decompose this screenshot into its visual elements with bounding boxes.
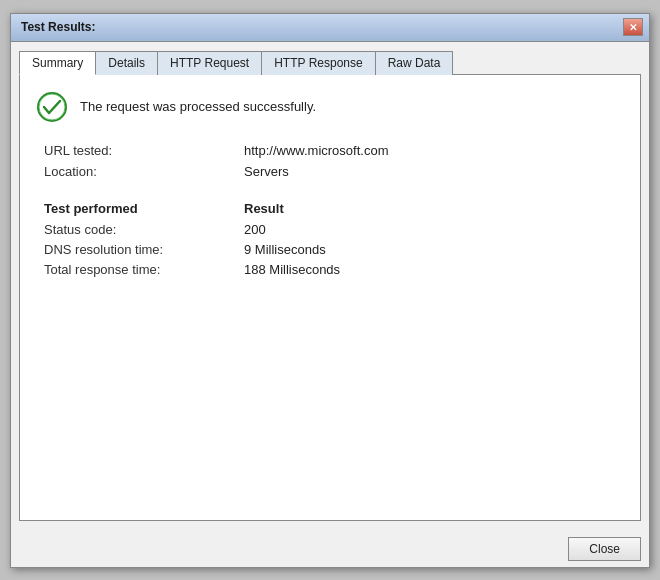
status-code-label: Status code: <box>44 222 244 237</box>
location-label: Location: <box>44 164 244 179</box>
success-row: The request was processed successfully. <box>36 91 624 123</box>
dns-value: 9 Milliseconds <box>244 242 326 257</box>
title-bar: Test Results: ✕ <box>11 14 649 42</box>
tab-http-response[interactable]: HTTP Response <box>261 51 375 75</box>
dns-label: DNS resolution time: <box>44 242 244 257</box>
info-table: URL tested: http://www.microsoft.com Loc… <box>44 143 624 185</box>
tab-content-summary: The request was processed successfully. … <box>19 75 641 521</box>
dialog-title: Test Results: <box>17 20 95 34</box>
location-value: Servers <box>244 164 289 179</box>
tab-details[interactable]: Details <box>95 51 158 75</box>
svg-point-0 <box>38 93 66 121</box>
status-code-row: Status code: 200 <box>44 222 624 237</box>
tab-summary[interactable]: Summary <box>19 51 96 75</box>
results-table: Test performed Result Status code: 200 D… <box>44 201 624 282</box>
result-header: Result <box>244 201 284 216</box>
total-row: Total response time: 188 Milliseconds <box>44 262 624 277</box>
url-value: http://www.microsoft.com <box>244 143 388 158</box>
total-value: 188 Milliseconds <box>244 262 340 277</box>
dialog-footer: Close <box>11 529 649 567</box>
test-results-dialog: Test Results: ✕ Summary Details HTTP Req… <box>10 13 650 568</box>
total-label: Total response time: <box>44 262 244 277</box>
test-performed-header: Test performed <box>44 201 244 216</box>
title-bar-controls: ✕ <box>623 18 643 36</box>
tab-http-request[interactable]: HTTP Request <box>157 51 262 75</box>
success-message: The request was processed successfully. <box>80 99 316 114</box>
status-code-value: 200 <box>244 222 266 237</box>
success-icon <box>36 91 68 123</box>
dns-row: DNS resolution time: 9 Milliseconds <box>44 242 624 257</box>
location-row: Location: Servers <box>44 164 624 179</box>
url-row: URL tested: http://www.microsoft.com <box>44 143 624 158</box>
close-button[interactable]: Close <box>568 537 641 561</box>
dialog-body: Summary Details HTTP Request HTTP Respon… <box>11 42 649 529</box>
url-label: URL tested: <box>44 143 244 158</box>
window-close-button[interactable]: ✕ <box>623 18 643 36</box>
results-header-row: Test performed Result <box>44 201 624 216</box>
tab-bar: Summary Details HTTP Request HTTP Respon… <box>19 50 641 75</box>
tab-raw-data[interactable]: Raw Data <box>375 51 454 75</box>
